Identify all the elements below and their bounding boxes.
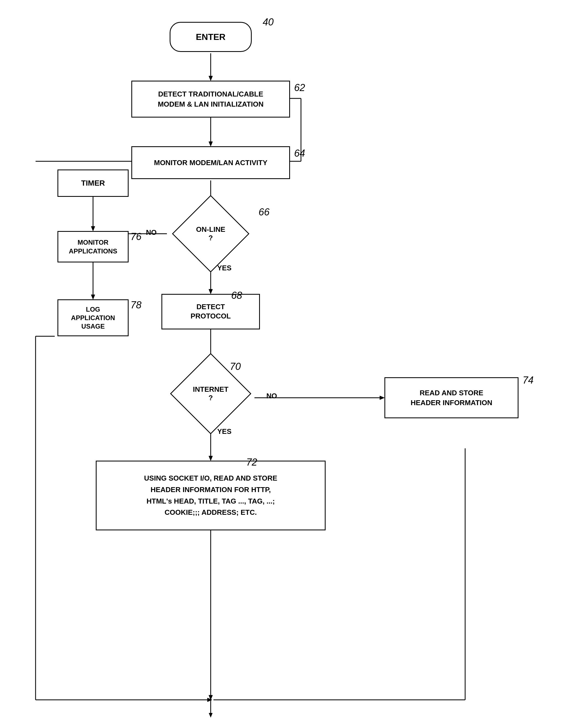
- label-40: 40: [263, 16, 273, 28]
- monitor-apps-node: MONITORAPPLICATIONS: [57, 231, 129, 262]
- log-app-node: LOGAPPLICATIONUSAGE: [57, 299, 129, 336]
- yes1-label: YES: [212, 262, 237, 273]
- label-78: 78: [130, 299, 141, 311]
- online-diamond-wrapper: ON-LINE?: [167, 206, 254, 261]
- no2-label: NO: [259, 390, 284, 401]
- svg-marker-17: [91, 226, 95, 231]
- monitor-modem-node: MONITOR MODEM/LAN ACTIVITY: [131, 146, 290, 179]
- socket-io-node: USING SOCKET I/O, READ AND STOREHEADER I…: [96, 461, 326, 530]
- detect-protocol-node: DETECTPROTOCOL: [161, 294, 260, 329]
- label-76: 76: [130, 231, 141, 242]
- label-74: 74: [523, 375, 534, 386]
- label-70: 70: [230, 361, 241, 372]
- label-66: 66: [258, 206, 269, 218]
- flowchart: ENTER 40 DETECT TRADITIONAL/CABLEMODEM &…: [0, 0, 562, 728]
- svg-marker-21: [380, 396, 385, 400]
- no1-label: NO: [139, 227, 164, 238]
- svg-marker-3: [209, 142, 212, 146]
- label-72: 72: [246, 457, 257, 468]
- label-62: 62: [294, 82, 305, 93]
- label-64: 64: [294, 148, 305, 159]
- internet-diamond-wrapper: INTERNET?: [167, 362, 254, 425]
- svg-marker-9: [209, 289, 212, 294]
- svg-marker-11: [91, 295, 95, 299]
- timer-node: TIMER: [57, 169, 129, 197]
- read-store-header-node: READ AND STOREHEADER INFORMATION: [385, 377, 519, 418]
- bottom-arrow: [200, 700, 221, 722]
- svg-marker-35: [209, 713, 212, 718]
- detect-modem-node: DETECT TRADITIONAL/CABLEMODEM & LAN INIT…: [131, 81, 290, 118]
- enter-node: ENTER: [170, 22, 252, 52]
- svg-marker-1: [209, 76, 212, 81]
- yes2-label: YES: [212, 426, 237, 437]
- svg-marker-27: [209, 695, 212, 700]
- label-68: 68: [231, 290, 242, 301]
- svg-marker-25: [209, 456, 212, 461]
